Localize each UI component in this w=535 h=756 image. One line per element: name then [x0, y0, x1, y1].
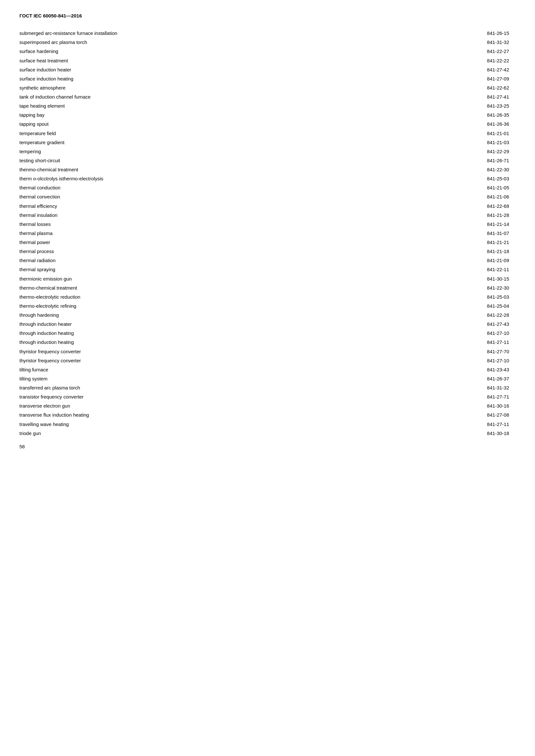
- term-cell: travelling wave heating: [19, 419, 367, 429]
- code-cell: 841-22-22: [367, 56, 516, 65]
- table-row: transistor frequency converter841-27-71: [19, 392, 516, 401]
- term-cell: tempering: [19, 147, 367, 156]
- term-cell: thermal losses: [19, 220, 367, 229]
- table-row: thermal process841-21-18: [19, 247, 516, 256]
- code-cell: 841-27-11: [367, 338, 516, 347]
- term-cell: tapping spout: [19, 120, 367, 129]
- table-row: surface induction heater841-27-42: [19, 65, 516, 74]
- code-cell: 841-21-06: [367, 192, 516, 202]
- code-cell: 841-30-18: [367, 429, 516, 438]
- code-cell: 841-21-05: [367, 183, 516, 192]
- table-row: transverse flux induction heating841-27-…: [19, 411, 516, 419]
- code-cell: 841-22-62: [367, 83, 516, 93]
- table-row: tapping bay841-26-35: [19, 111, 516, 120]
- term-cell: tilting furnace: [19, 365, 367, 374]
- code-cell: 841-21-18: [367, 247, 516, 256]
- code-cell: 841-27-41: [367, 93, 516, 101]
- code-cell: 841-27-43: [367, 320, 516, 329]
- table-row: thermo-electrolytic refining841-25-04: [19, 302, 516, 310]
- table-row: thenmo-chemical treatment841-22-30: [19, 165, 516, 174]
- term-cell: thermal efficiency: [19, 202, 367, 210]
- table-row: thyristor frequency converter841-27-70: [19, 347, 516, 356]
- term-cell: thermal power: [19, 238, 367, 247]
- table-row: thermal spraying841-22-11: [19, 265, 516, 274]
- table-row: tape heating element841-23-25: [19, 101, 516, 111]
- table-row: thermal radiation841-21-09: [19, 256, 516, 265]
- code-cell: 841-21-01: [367, 129, 516, 138]
- code-cell: 841-27-70: [367, 347, 516, 356]
- term-cell: thenmo-chemical treatment: [19, 165, 367, 174]
- term-cell: temperature gradient: [19, 138, 367, 147]
- term-cell: through induction heating: [19, 338, 367, 347]
- table-row: triode gun841-30-18: [19, 429, 516, 438]
- table-row: thermal insulation841-21-28: [19, 211, 516, 220]
- term-cell: testing short-circuit: [19, 156, 367, 165]
- term-cell: thermal plasma: [19, 229, 367, 238]
- table-row: thermal power841-21-21: [19, 238, 516, 247]
- table-row: thermal conduction841-21-05: [19, 183, 516, 192]
- table-row: tilting furnace841-23-43: [19, 365, 516, 374]
- term-cell: transverse flux induction heating: [19, 411, 367, 419]
- code-cell: 841-22-30: [367, 284, 516, 292]
- term-cell: through induction heater: [19, 320, 367, 329]
- term-cell: thyristor frequency converter: [19, 347, 367, 356]
- table-row: through hardening841-22-28: [19, 310, 516, 320]
- table-row: travelling wave heating841-27-11: [19, 419, 516, 429]
- term-cell: triode gun: [19, 429, 367, 438]
- code-cell: 841-30-16: [367, 401, 516, 411]
- code-cell: 841-26-36: [367, 120, 516, 129]
- code-cell: 841-26-37: [367, 374, 516, 383]
- code-cell: 841-31-07: [367, 229, 516, 238]
- table-row: temperature field841-21-01: [19, 129, 516, 138]
- term-cell: thyristor frequency converter: [19, 356, 367, 365]
- term-cell: tape heating element: [19, 101, 367, 111]
- term-cell: thermo-chemical treatment: [19, 284, 367, 292]
- code-cell: 841-22-30: [367, 165, 516, 174]
- table-row: through induction heater841-27-43: [19, 320, 516, 329]
- table-row: thyristor frequency converter841-27-10: [19, 356, 516, 365]
- table-row: through induction heating841-27-10: [19, 329, 516, 338]
- code-cell: 841-22-29: [367, 147, 516, 156]
- table-row: therm o-olcctrolys isthermo-electrolysis…: [19, 174, 516, 183]
- code-cell: 841-27-10: [367, 356, 516, 365]
- term-cell: thermal radiation: [19, 256, 367, 265]
- code-cell: 841-22-27: [367, 47, 516, 56]
- term-cell: tapping bay: [19, 111, 367, 120]
- code-cell: 841-27-09: [367, 74, 516, 83]
- term-cell: synthetic atmosphere: [19, 83, 367, 93]
- term-cell: surface induction heating: [19, 74, 367, 83]
- table-row: thermal plasma841-31-07: [19, 229, 516, 238]
- code-cell: 841-23-25: [367, 101, 516, 111]
- code-cell: 841-21-09: [367, 256, 516, 265]
- term-cell: surface hardening: [19, 47, 367, 56]
- table-row: tank of induction channel furnace841-27-…: [19, 93, 516, 101]
- term-cell: superimposed arc plasma torch: [19, 38, 367, 47]
- index-table: submerged arc-resistance furnace install…: [19, 29, 516, 438]
- code-cell: 841-30-15: [367, 274, 516, 283]
- table-row: thermal losses841-21-14: [19, 220, 516, 229]
- term-cell: thermal insulation: [19, 211, 367, 220]
- table-row: synthetic atmosphere841-22-62: [19, 83, 516, 93]
- code-cell: 841-21-14: [367, 220, 516, 229]
- term-cell: tank of induction channel furnace: [19, 93, 367, 101]
- table-row: surface induction heating841-27-09: [19, 74, 516, 83]
- term-cell: thermal process: [19, 247, 367, 256]
- table-row: testing short-circuit841-26-71: [19, 156, 516, 165]
- table-row: surface heat treatment841-22-22: [19, 56, 516, 65]
- code-cell: 841-26-35: [367, 111, 516, 120]
- page-header: ГОСТ IEC 60050-841—2016: [19, 13, 516, 20]
- term-cell: therm o-olcctrolys isthermo-electrolysis: [19, 174, 367, 183]
- code-cell: 841-25-03: [367, 292, 516, 302]
- code-cell: 841-22-68: [367, 202, 516, 210]
- term-cell: transistor frequency converter: [19, 392, 367, 401]
- table-row: thermionic emission gun841-30-15: [19, 274, 516, 283]
- code-cell: 841-21-28: [367, 211, 516, 220]
- term-cell: surface heat treatment: [19, 56, 367, 65]
- code-cell: 841-27-10: [367, 329, 516, 338]
- table-row: thermo-electrolytic reduction841-25-03: [19, 292, 516, 302]
- table-row: thermo-chemical treatment841-22-30: [19, 284, 516, 292]
- term-cell: thermal spraying: [19, 265, 367, 274]
- code-cell: 841-23-43: [367, 365, 516, 374]
- table-row: submerged arc-resistance furnace install…: [19, 29, 516, 38]
- term-cell: surface induction heater: [19, 65, 367, 74]
